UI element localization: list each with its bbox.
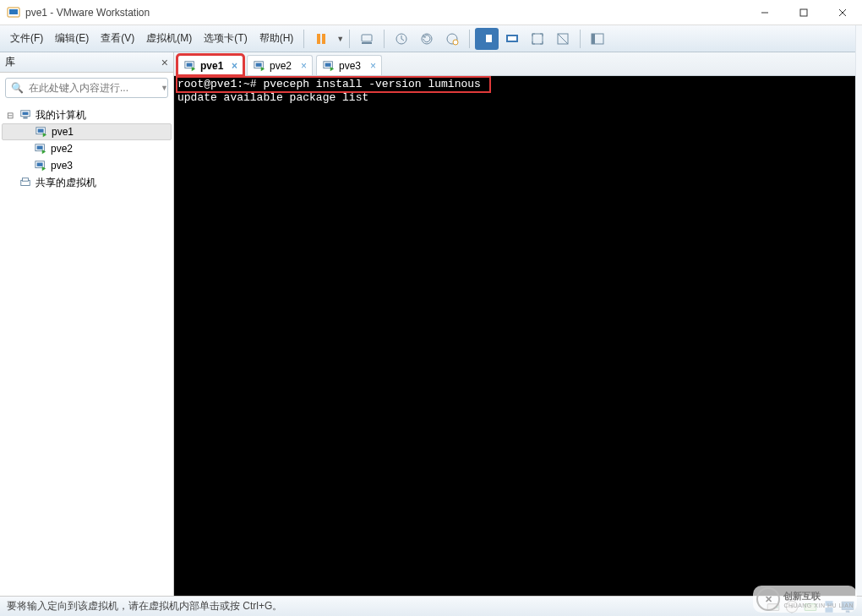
content-area: pve1 × pve2 × pve3 × root@pve1:~# pvecep… xyxy=(174,52,862,596)
tab-label: pve2 xyxy=(270,60,292,72)
watermark: ✕ 创新互联 CHUANG XIN HU LIAN xyxy=(753,586,857,613)
console-line-1: root@pve1:~# pveceph install -version lu… xyxy=(177,78,489,91)
snapshot-revert-icon[interactable] xyxy=(415,28,439,50)
vm-running-icon xyxy=(253,59,266,73)
svg-rect-25 xyxy=(23,117,27,119)
view-thumbnail-icon[interactable] xyxy=(500,28,524,50)
tree-label: 我的计算机 xyxy=(35,108,86,123)
svg-rect-18 xyxy=(532,34,543,44)
console-line-2: update available package list xyxy=(177,91,368,104)
library-search-box[interactable]: 🔍 ▼ xyxy=(5,78,168,98)
tree-label: pve3 xyxy=(51,160,73,172)
watermark-sub: CHUANG XIN HU LIAN xyxy=(783,602,854,608)
toolbar-separator xyxy=(303,30,304,48)
console-wrap: root@pve1:~# pveceph install -version lu… xyxy=(174,76,862,596)
window-title: pve1 - VMware Workstation xyxy=(25,7,150,19)
search-icon: 🔍 xyxy=(11,82,24,94)
vm-console[interactable]: root@pve1:~# pveceph install -version lu… xyxy=(174,76,862,596)
app-icon xyxy=(7,6,20,19)
svg-rect-41 xyxy=(256,63,262,66)
svg-rect-1 xyxy=(9,9,18,14)
vm-running-icon xyxy=(183,59,197,73)
vm-tab-pve2[interactable]: pve2 × xyxy=(247,55,313,75)
minimize-button[interactable] xyxy=(745,0,784,25)
toolbar-separator xyxy=(384,30,385,48)
toolbar-separator xyxy=(580,30,581,48)
tab-label: pve3 xyxy=(339,60,361,72)
statusbar: 要将输入定向到该虚拟机，请在虚拟机内部单击或按 Ctrl+G。 xyxy=(0,596,862,616)
library-title: 库 xyxy=(5,55,15,69)
toolbar-separator xyxy=(349,30,350,48)
vm-running-icon xyxy=(34,159,47,172)
toolbar-separator xyxy=(469,30,470,48)
vm-running-icon xyxy=(322,59,336,73)
unity-icon[interactable] xyxy=(551,28,575,50)
watermark-logo-icon: ✕ xyxy=(756,587,780,611)
menu-view[interactable]: 查看(V) xyxy=(95,28,139,49)
snapshot-take-icon[interactable] xyxy=(390,28,413,50)
svg-rect-15 xyxy=(482,35,486,42)
pause-dropdown[interactable]: ▼ xyxy=(336,35,344,43)
titlebar: pve1 - VMware Workstation xyxy=(0,0,862,25)
tree-label: pve1 xyxy=(52,126,74,138)
main-area: 库 × 🔍 ▼ ⊟ 我的计算机 pve1 xyxy=(0,52,862,596)
twisty-icon xyxy=(5,178,15,188)
tree-vm-pve3[interactable]: pve3 xyxy=(2,157,172,174)
tree-my-computer[interactable]: ⊟ 我的计算机 xyxy=(2,106,172,123)
search-dropdown-icon[interactable]: ▼ xyxy=(161,84,168,92)
view-console-icon[interactable] xyxy=(475,28,499,50)
shared-icon xyxy=(19,176,32,189)
vm-tab-pve3[interactable]: pve3 × xyxy=(316,55,382,75)
menu-tabs[interactable]: 选项卡(T) xyxy=(199,28,252,49)
fullscreen-icon[interactable] xyxy=(526,28,549,50)
computer-icon xyxy=(19,108,32,122)
watermark-text: 创新互联 xyxy=(783,590,854,602)
tree-label: pve2 xyxy=(51,143,73,155)
tab-close-icon[interactable]: × xyxy=(301,60,307,72)
vm-tab-pve1[interactable]: pve1 × xyxy=(177,55,243,75)
status-hint: 要将输入定向到该虚拟机，请在虚拟机内部单击或按 Ctrl+G。 xyxy=(7,599,282,613)
library-close-icon[interactable]: × xyxy=(161,56,168,69)
tab-close-icon[interactable]: × xyxy=(370,60,376,72)
tree-vm-pve1[interactable]: pve1 xyxy=(2,123,172,140)
library-tree: ⊟ 我的计算机 pve1 pve2 xyxy=(0,103,173,596)
svg-point-13 xyxy=(453,40,458,45)
window-controls xyxy=(745,0,862,25)
vm-running-icon xyxy=(35,125,48,139)
svg-rect-6 xyxy=(317,34,320,44)
tab-close-icon[interactable]: × xyxy=(232,60,237,72)
svg-rect-3 xyxy=(800,9,807,16)
svg-rect-8 xyxy=(362,35,372,41)
snapshot-manager-icon[interactable] xyxy=(440,28,464,50)
svg-line-20 xyxy=(558,34,568,44)
svg-rect-9 xyxy=(362,42,372,44)
menubar: 文件(F) 编辑(E) 查看(V) 虚拟机(M) 选项卡(T) 帮助(H) ▼ xyxy=(0,25,862,52)
tree-label: 共享的虚拟机 xyxy=(35,176,96,190)
vm-running-icon xyxy=(34,142,47,155)
svg-rect-38 xyxy=(187,63,193,66)
svg-rect-17 xyxy=(508,36,516,41)
svg-rect-30 xyxy=(37,146,43,150)
pause-button[interactable] xyxy=(309,28,333,50)
search-input[interactable] xyxy=(29,82,155,94)
vm-tabs: pve1 × pve2 × pve3 × xyxy=(174,52,862,76)
svg-rect-22 xyxy=(592,34,595,44)
menu-help[interactable]: 帮助(H) xyxy=(254,28,299,49)
tab-label: pve1 xyxy=(200,60,223,72)
menu-edit[interactable]: 编辑(E) xyxy=(50,28,94,49)
tree-vm-pve2[interactable]: pve2 xyxy=(2,140,172,157)
library-toggle-icon[interactable] xyxy=(586,28,609,50)
svg-rect-24 xyxy=(23,112,29,116)
svg-rect-36 xyxy=(23,178,29,182)
library-sidebar: 库 × 🔍 ▼ ⊟ 我的计算机 pve1 xyxy=(0,52,174,596)
svg-rect-27 xyxy=(38,129,44,133)
svg-rect-7 xyxy=(322,34,325,44)
menu-vm[interactable]: 虚拟机(M) xyxy=(141,28,197,49)
tree-shared-vms[interactable]: 共享的虚拟机 xyxy=(2,174,172,191)
menu-file[interactable]: 文件(F) xyxy=(5,28,48,49)
maximize-button[interactable] xyxy=(784,0,823,25)
twisty-icon[interactable]: ⊟ xyxy=(5,111,15,120)
library-header: 库 × xyxy=(0,52,173,73)
close-button[interactable] xyxy=(823,0,862,25)
send-ctrl-alt-del-icon[interactable] xyxy=(355,28,379,50)
